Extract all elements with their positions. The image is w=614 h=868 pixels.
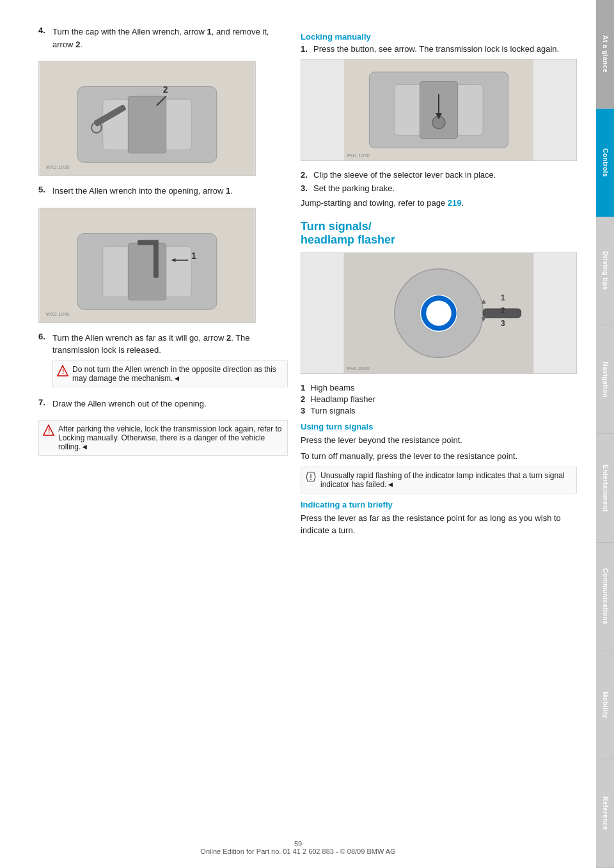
- indicating-briefly-para: Press the lever as far as the resistance…: [301, 512, 577, 537]
- step-4-text: Turn the cap with the Allen wrench, arro…: [52, 26, 288, 50]
- step-4-content: Turn the cap with the Allen wrench, arro…: [52, 26, 288, 54]
- warning-2-text: After parking the vehicle, lock the tran…: [58, 424, 282, 451]
- side-tab-bar: At a glance Controls Driving tips Naviga…: [596, 0, 614, 868]
- note-box-turn-signal: Unusually rapid flashing of the indicato…: [301, 467, 577, 493]
- locking-steps-2-3: 2. Clip the sleeve of the selector lever…: [301, 170, 577, 193]
- step-5-content: Insert the Allen wrench into the opening…: [52, 185, 288, 201]
- svg-rect-12: [128, 243, 166, 300]
- turn-signal-para1: Press the lever beyond the resistance po…: [301, 434, 577, 447]
- step-5-num: 5.: [38, 185, 49, 201]
- svg-text:▼: ▼: [480, 314, 487, 323]
- svg-text:1: 1: [501, 293, 505, 302]
- locking-manually-title: Locking manually: [301, 32, 577, 42]
- tab-at-a-glance[interactable]: At a glance: [596, 0, 614, 109]
- step-4-num: 4.: [38, 26, 49, 54]
- feature-1: 1 High beams: [301, 383, 577, 392]
- svg-text:!: !: [62, 368, 64, 375]
- using-turn-signals-title: Using turn signals: [301, 422, 577, 431]
- warning-box-1: ! Do not turn the Allen wrench in the op…: [52, 360, 288, 387]
- note-icon: [305, 471, 317, 483]
- svg-point-45: [310, 479, 311, 480]
- tab-mobility[interactable]: Mobility: [596, 651, 614, 760]
- tab-driving-tips[interactable]: Driving tips: [596, 217, 614, 326]
- feature-3: 3 Turn signals: [301, 406, 577, 415]
- svg-text:▲: ▲: [480, 297, 487, 306]
- step-7-content: Draw the Allen wrench out of the opening…: [52, 398, 288, 414]
- right-column: Locking manually 1. Press the button, se…: [301, 26, 577, 842]
- image-locking-manually: PH1 1050: [301, 59, 577, 161]
- note-text: Unusually rapid flashing of the indicato…: [320, 471, 565, 489]
- tab-entertainment[interactable]: Entertainment: [596, 434, 614, 543]
- step-7-text: Draw the Allen wrench out of the opening…: [52, 398, 288, 410]
- svg-text:2: 2: [163, 84, 168, 95]
- svg-rect-3: [128, 96, 166, 153]
- warning-1-text: Do not turn the Allen wrench in the oppo…: [72, 365, 276, 383]
- left-column: 4. Turn the cap with the Allen wrench, a…: [38, 26, 288, 842]
- svg-rect-14: [138, 240, 159, 245]
- step-6: 6. Turn the Allen wrench as far as it wi…: [38, 332, 288, 391]
- locking-step-1: 1. Press the button, see arrow. The tran…: [301, 44, 577, 54]
- locking-step-2: 2. Clip the sleeve of the selector lever…: [301, 170, 577, 180]
- feature-2: 2 Headlamp flasher: [301, 394, 577, 404]
- step-7: 7. Draw the Allen wrench out of the open…: [38, 398, 288, 414]
- image-insert-wrench: 1 WX2 1040: [38, 208, 256, 323]
- svg-text:2: 2: [501, 306, 505, 315]
- tab-communications[interactable]: Communications: [596, 543, 614, 651]
- step-7-num: 7.: [38, 398, 49, 414]
- step-6-num: 6.: [38, 332, 49, 391]
- warning-box-2: ! After parking the vehicle, lock the tr…: [38, 420, 288, 456]
- turn-signals-title: Turn signals/headlamp flasher: [301, 220, 577, 247]
- svg-text:1: 1: [191, 251, 196, 261]
- svg-text:WX2 1030: WX2 1030: [46, 164, 70, 170]
- svg-text:PH1 1050: PH1 1050: [347, 153, 370, 159]
- feature-list: 1 High beams 2 Headlamp flasher 3 Turn s…: [301, 383, 577, 415]
- svg-text:3: 3: [501, 318, 505, 327]
- tab-navigation[interactable]: Navigation: [596, 325, 614, 434]
- svg-point-35: [426, 300, 452, 326]
- locking-manually-steps: 1. Press the button, see arrow. The tran…: [301, 44, 577, 54]
- step-5-text: Insert the Allen wrench into the opening…: [52, 185, 288, 198]
- locking-step-3: 3. Set the parking brake.: [301, 183, 577, 193]
- image-cap-removal: 2 WX2 1030: [38, 61, 256, 176]
- page-footer: 59 Online Edition for Part no. 01 41 2 6…: [0, 840, 596, 855]
- turn-signal-para2: To turn off manually, press the lever to…: [301, 450, 577, 463]
- step-6-text: Turn the Allen wrench as far as it will …: [52, 332, 288, 357]
- jump-starting-text: Jump-starting and towing, refer to page …: [301, 197, 577, 210]
- warning-icon-1: !: [57, 365, 68, 376]
- step-5: 5. Insert the Allen wrench into the open…: [38, 185, 288, 201]
- warning-icon-2: !: [43, 424, 54, 436]
- page-number: 59: [294, 840, 302, 848]
- image-turn-signals: 1 2 3 ▲ ▼ PH1 2060: [301, 252, 577, 374]
- tab-reference[interactable]: Reference: [596, 759, 614, 868]
- tab-controls[interactable]: Controls: [596, 109, 614, 217]
- svg-text:PH1 2060: PH1 2060: [347, 366, 370, 371]
- step-4: 4. Turn the cap with the Allen wrench, a…: [38, 26, 288, 54]
- svg-text:!: !: [48, 428, 50, 435]
- step-6-content: Turn the Allen wrench as far as it will …: [52, 332, 288, 391]
- footer-text: Online Edition for Part no. 01 41 2 602 …: [200, 848, 395, 855]
- indicating-briefly-title: Indicating a turn briefly: [301, 500, 577, 509]
- svg-rect-13: [154, 240, 159, 277]
- svg-text:WX2 1040: WX2 1040: [46, 311, 70, 317]
